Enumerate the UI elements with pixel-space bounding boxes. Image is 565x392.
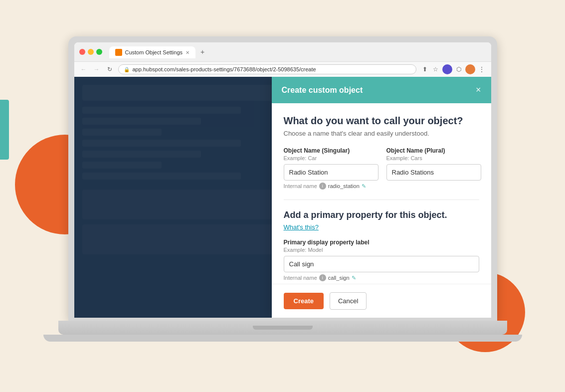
url-text: app.hubspot.com/sales-products-settings/… (133, 66, 316, 72)
laptop-base (58, 321, 507, 335)
laptop-bottom (43, 335, 522, 342)
plural-label: Object Name (Plural) (386, 147, 481, 154)
info-icon2: i (319, 274, 326, 281)
section1-subtitle: Choose a name that's clear and easily un… (284, 130, 479, 137)
singular-hint: Example: Car (284, 155, 378, 161)
user-avatar[interactable] (465, 64, 475, 74)
browser-titlebar: Custom Object Settings ✕ + (79, 45, 486, 61)
primary-display-input[interactable] (284, 256, 479, 272)
profile-icon[interactable] (442, 64, 452, 74)
primary-property-section: Add a primary property for this object. … (284, 210, 479, 284)
forward-button[interactable]: → (92, 65, 101, 74)
primary-hint: Example: Model (284, 247, 479, 253)
edit-singular-name-icon[interactable]: ✎ (362, 183, 366, 190)
modal-close-button[interactable]: × (476, 85, 481, 95)
extension-icon[interactable]: ⬡ (454, 65, 463, 74)
browser-actions: ⬆ ☆ ⬡ ⋮ (420, 64, 486, 74)
singular-label: Object Name (Singular) (284, 147, 378, 154)
screen-bezel: Custom Object Settings ✕ + ← → ↻ 🔒 app.h… (68, 36, 497, 321)
traffic-light-minimize[interactable] (88, 49, 94, 55)
create-custom-object-modal: Create custom object × What do you want … (272, 77, 491, 318)
browser-toolbar: ← → ↻ 🔒 app.hubspot.com/sales-products-s… (74, 61, 491, 77)
bg-decoration-rect (0, 100, 9, 160)
singular-internal-name: Internal name i radio_station ✎ (284, 183, 378, 190)
primary-display-group: Primary display property label Example: … (284, 239, 479, 281)
modal-footer: Create Cancel (272, 284, 491, 318)
tab-favicon (115, 49, 122, 56)
internal-name-label2: Internal name (284, 275, 317, 281)
browser-content: Create custom object × What do you want … (74, 77, 491, 318)
section1-heading: What do you want to call your object? (284, 115, 479, 127)
object-name-row: Object Name (Singular) Example: Car Inte… (284, 147, 479, 190)
back-button[interactable]: ← (79, 65, 88, 74)
browser-chrome: Custom Object Settings ✕ + (74, 42, 491, 61)
tab-close-button[interactable]: ✕ (186, 50, 189, 55)
section2-heading: Add a primary property for this object. (284, 210, 479, 220)
browser-window: Custom Object Settings ✕ + ← → ↻ 🔒 app.h… (74, 42, 491, 318)
section-divider (284, 199, 479, 200)
internal-name-label: Internal name (284, 183, 317, 189)
modal-overlay: Create custom object × What do you want … (74, 77, 491, 318)
plural-hint: Example: Cars (386, 155, 481, 161)
plural-name-group: Object Name (Plural) Example: Cars (386, 147, 481, 190)
laptop-notch (253, 326, 313, 330)
active-tab[interactable]: Custom Object Settings ✕ (109, 46, 196, 58)
modal-body: What do you want to call your object? Ch… (272, 103, 491, 284)
traffic-light-maximize[interactable] (96, 49, 102, 55)
modal-title: Create custom object (282, 86, 363, 95)
reload-button[interactable]: ↻ (105, 65, 114, 74)
object-name-section: What do you want to call your object? Ch… (284, 115, 479, 190)
lock-icon: 🔒 (124, 67, 130, 72)
address-bar[interactable]: 🔒 app.hubspot.com/sales-products-setting… (118, 64, 416, 74)
bookmark-icon[interactable]: ☆ (431, 65, 440, 74)
create-button[interactable]: Create (284, 293, 324, 309)
traffic-light-close[interactable] (79, 49, 85, 55)
tab-bar: Custom Object Settings ✕ + (109, 45, 486, 58)
traffic-lights (79, 49, 102, 55)
plural-name-input[interactable] (386, 164, 481, 181)
share-icon[interactable]: ⬆ (420, 65, 429, 74)
primary-label: Primary display property label (284, 239, 479, 246)
edit-primary-name-icon[interactable]: ✎ (352, 275, 356, 281)
tab-title: Custom Object Settings (125, 49, 183, 55)
cancel-button[interactable]: Cancel (330, 292, 367, 310)
singular-name-input[interactable] (284, 164, 378, 181)
info-icon: i (319, 183, 326, 190)
new-tab-button[interactable]: + (196, 45, 208, 58)
primary-internal-name: Internal name i call_sign ✎ (284, 274, 479, 281)
more-options-icon[interactable]: ⋮ (477, 65, 486, 74)
internal-name-value2: call_sign (328, 275, 350, 281)
whats-this-link[interactable]: What's this? (284, 223, 479, 231)
internal-name-value: radio_station (328, 183, 360, 189)
singular-name-group: Object Name (Singular) Example: Car Inte… (284, 147, 378, 190)
modal-header: Create custom object × (272, 77, 491, 103)
laptop: Custom Object Settings ✕ + ← → ↻ 🔒 app.h… (58, 36, 507, 356)
